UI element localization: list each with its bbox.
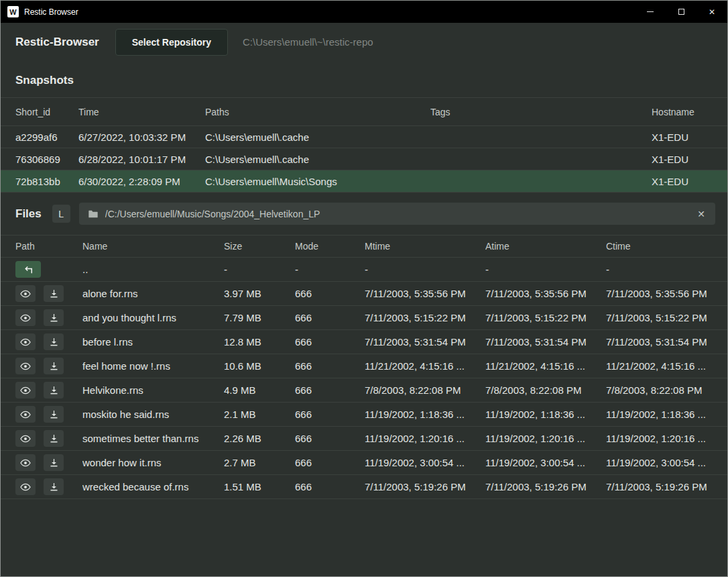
download-icon (49, 458, 59, 468)
file-size: 1.51 MB (224, 481, 295, 492)
download-icon (49, 313, 59, 323)
download-button[interactable] (44, 358, 64, 374)
snapshot-row[interactable]: 76306869 6/28/2022, 10:01:17 PM C:\Users… (1, 148, 727, 170)
download-button[interactable] (44, 406, 64, 423)
file-mode: 666 (295, 457, 365, 468)
eye-icon (20, 482, 31, 492)
file-name: Helvikone.rns (82, 384, 224, 396)
file-ctime: 7/11/2003, 5:35:56 PM (606, 288, 727, 299)
snapshot-hostname: X1-EDU (652, 176, 727, 187)
snapshot-row[interactable]: a2299af6 6/27/2022, 10:03:32 PM C:\Users… (1, 126, 727, 148)
file-actions (15, 358, 82, 374)
file-size: 10.6 MB (224, 360, 295, 372)
download-button[interactable] (44, 382, 64, 399)
download-button[interactable] (44, 478, 64, 495)
file-row-up[interactable]: .. - - - - - (1, 258, 727, 282)
clear-path-button[interactable]: ✕ (696, 209, 707, 219)
preview-button[interactable] (15, 285, 36, 302)
file-row[interactable]: alone for.rns 3.97 MB 666 7/11/2003, 5:3… (1, 282, 727, 306)
file-row[interactable]: moskito he said.rns 2.1 MB 666 11/19/200… (1, 403, 727, 427)
column-header-mode: Mode (295, 241, 365, 252)
preview-button[interactable] (15, 478, 36, 495)
preview-button[interactable] (15, 358, 36, 374)
file-ctime: 11/21/2002, 4:15:16 ... (606, 360, 727, 372)
list-view-button[interactable]: L (52, 205, 70, 223)
file-row[interactable]: feel home now !.rns 10.6 MB 666 11/21/20… (1, 354, 727, 378)
file-atime: - (485, 264, 606, 275)
column-header-size: Size (224, 241, 295, 252)
minimize-icon (647, 11, 654, 12)
close-button[interactable]: ✕ (696, 1, 727, 23)
file-name: before l.rns (82, 336, 224, 348)
file-size: 4.9 MB (224, 384, 295, 396)
eye-icon (20, 434, 31, 443)
preview-button[interactable] (15, 454, 36, 471)
file-row[interactable]: wonder how it.rns 2.7 MB 666 11/19/2002,… (1, 451, 727, 475)
column-header-ctime: Ctime (606, 241, 727, 252)
file-actions (15, 382, 82, 399)
file-size: - (224, 264, 295, 275)
file-name: moskito he said.rns (82, 409, 224, 420)
maximize-button[interactable] (666, 1, 696, 23)
repository-path: C:\Users\emuell\~\restic-repo (243, 36, 373, 48)
app-window: W Restic Browser ✕ Restic-Browser Select… (0, 0, 728, 577)
file-mtime: 7/11/2003, 5:19:26 PM (365, 481, 485, 492)
file-row[interactable]: before l.rns 12.8 MB 666 7/11/2003, 5:31… (1, 330, 727, 354)
download-button[interactable] (44, 285, 64, 302)
snapshot-hostname: X1-EDU (652, 132, 727, 143)
file-row[interactable]: Helvikone.rns 4.9 MB 666 7/8/2003, 8:22:… (1, 378, 727, 403)
file-mode: 666 (295, 360, 365, 372)
column-header-name: Name (82, 241, 224, 252)
preview-button[interactable] (15, 430, 36, 447)
file-row[interactable]: wrecked because of.rns 1.51 MB 666 7/11/… (1, 475, 727, 499)
preview-button[interactable] (15, 333, 36, 350)
file-mtime: 11/21/2002, 4:15:16 ... (365, 360, 485, 372)
current-path: /C:/Users/emuell/Music/Songs/2004_Helvet… (105, 209, 690, 219)
repository-toolbar: Restic-Browser Select Repository C:\User… (1, 23, 727, 61)
file-actions (15, 478, 82, 495)
file-row[interactable]: and you thought l.rns 7.79 MB 666 7/11/2… (1, 306, 727, 330)
download-button[interactable] (44, 333, 64, 350)
eye-icon (20, 410, 31, 419)
preview-button[interactable] (15, 382, 36, 399)
snapshot-time: 6/28/2022, 10:01:17 PM (78, 154, 205, 165)
file-ctime: 11/19/2002, 1:18:36 ... (606, 409, 727, 420)
snapshot-short-id: a2299af6 (15, 132, 78, 143)
minimize-button[interactable] (635, 1, 666, 23)
snapshot-time: 6/30/2022, 2:28:09 PM (78, 176, 205, 187)
file-mtime: 11/19/2002, 1:18:36 ... (365, 409, 485, 420)
file-ctime: 7/11/2003, 5:15:22 PM (606, 312, 727, 323)
download-button[interactable] (44, 454, 64, 471)
file-mtime: 7/8/2003, 8:22:08 PM (365, 384, 485, 396)
file-name: wonder how it.rns (82, 457, 224, 468)
preview-button[interactable] (15, 406, 36, 423)
file-mode: 666 (295, 384, 365, 396)
app-title: Restic-Browser (15, 36, 99, 49)
file-ctime: 7/8/2003, 8:22:08 PM (606, 384, 727, 396)
go-up-button[interactable] (15, 261, 41, 278)
file-ctime: 11/19/2002, 1:20:16 ... (606, 433, 727, 444)
snapshot-paths: C:\Users\emuell\Music\Songs (205, 176, 430, 187)
column-header-paths: Paths (205, 107, 430, 117)
file-actions (15, 406, 82, 423)
path-bar[interactable]: /C:/Users/emuell/Music/Songs/2004_Helvet… (79, 203, 715, 225)
download-button[interactable] (44, 309, 64, 326)
file-size: 7.79 MB (224, 312, 295, 323)
snapshot-paths: C:\Users\emuell\.cache (205, 154, 430, 165)
snapshot-row-selected[interactable]: 72b813bb 6/30/2022, 2:28:09 PM C:\Users\… (1, 170, 727, 193)
file-mode: - (295, 264, 365, 275)
file-mtime: 7/11/2003, 5:35:56 PM (365, 288, 485, 299)
eye-icon (20, 386, 31, 395)
file-name: .. (82, 264, 224, 275)
download-button[interactable] (44, 430, 64, 447)
file-mode: 666 (295, 336, 365, 348)
file-mode: 666 (295, 288, 365, 299)
column-header-tags: Tags (430, 107, 652, 117)
file-mode: 666 (295, 409, 365, 420)
file-row[interactable]: sometimes better than.rns 2.26 MB 666 11… (1, 427, 727, 451)
file-mode: 666 (295, 481, 365, 492)
preview-button[interactable] (15, 309, 36, 326)
snapshot-short-id: 76306869 (15, 154, 78, 165)
column-header-path: Path (15, 241, 82, 252)
select-repository-button[interactable]: Select Repository (115, 29, 228, 56)
